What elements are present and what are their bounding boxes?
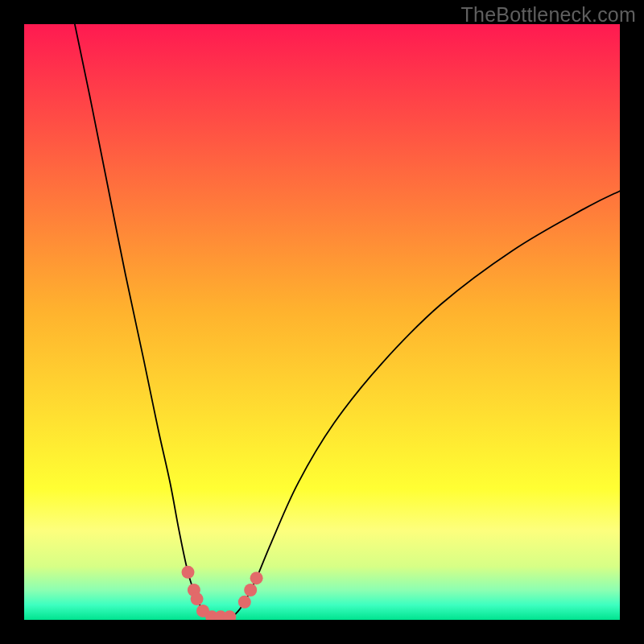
- chart-frame: TheBottleneck.com: [0, 0, 644, 644]
- plot-background: [24, 24, 620, 620]
- marker-dot: [182, 566, 195, 579]
- marker-dot: [244, 584, 257, 597]
- marker-dot: [250, 572, 263, 584]
- watermark-text: TheBottleneck.com: [461, 3, 636, 27]
- bottleneck-chart: [24, 24, 620, 620]
- marker-dot: [191, 592, 204, 605]
- marker-dot: [238, 596, 251, 609]
